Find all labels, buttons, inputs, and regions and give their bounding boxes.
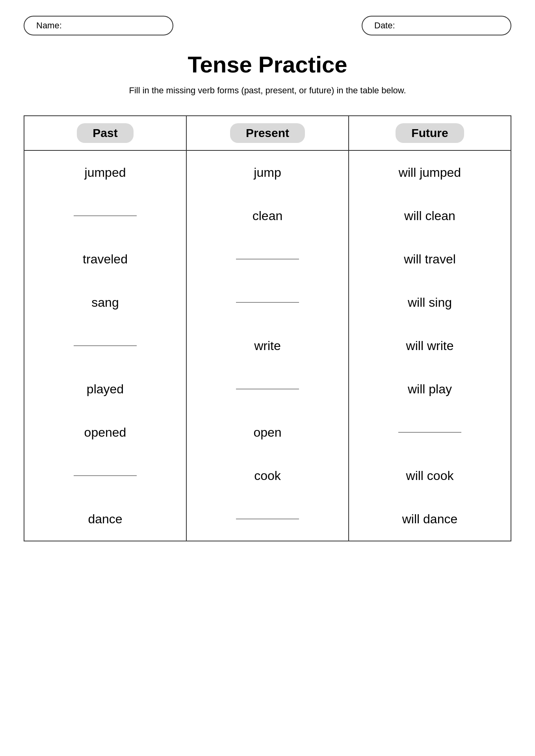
present-cell-8[interactable] bbox=[195, 497, 340, 541]
blank-line bbox=[236, 302, 299, 303]
blank-line bbox=[74, 345, 137, 346]
table-body: jumpedtraveledsangplayedopeneddance jump… bbox=[24, 151, 511, 541]
main-table: Past Present Future jumpedtraveledsangpl… bbox=[24, 115, 511, 541]
date-field[interactable]: Date: bbox=[362, 16, 511, 35]
present-cell-4: write bbox=[195, 324, 340, 367]
page-title: Tense Practice bbox=[24, 51, 511, 78]
future-cell-5: will play bbox=[357, 367, 503, 411]
past-column: jumpedtraveledsangplayedopeneddance bbox=[24, 151, 187, 541]
present-cell-3[interactable] bbox=[195, 281, 340, 324]
past-cell-4[interactable] bbox=[32, 324, 178, 367]
present-cell-0: jump bbox=[195, 151, 340, 194]
future-cell-2: will travel bbox=[357, 237, 503, 281]
present-header: Present bbox=[187, 116, 349, 150]
present-cell-5[interactable] bbox=[195, 367, 340, 411]
future-cell-6[interactable] bbox=[357, 411, 503, 454]
present-cell-6: open bbox=[195, 411, 340, 454]
present-cell-1: clean bbox=[195, 194, 340, 237]
name-label: Name: bbox=[36, 20, 62, 30]
column-headers: Past Present Future bbox=[24, 116, 511, 151]
blank-line bbox=[236, 389, 299, 389]
blank-line bbox=[74, 475, 137, 476]
future-header: Future bbox=[349, 116, 511, 150]
past-header: Past bbox=[24, 116, 187, 150]
date-label: Date: bbox=[374, 20, 395, 30]
subtitle: Fill in the missing verb forms (past, pr… bbox=[24, 85, 511, 96]
blank-line bbox=[74, 215, 137, 216]
present-cell-7: cook bbox=[195, 454, 340, 497]
past-cell-0: jumped bbox=[32, 151, 178, 194]
future-cell-7: will cook bbox=[357, 454, 503, 497]
past-cell-7[interactable] bbox=[32, 454, 178, 497]
past-cell-6: opened bbox=[32, 411, 178, 454]
past-cell-5: played bbox=[32, 367, 178, 411]
future-cell-1: will clean bbox=[357, 194, 503, 237]
past-cell-8: dance bbox=[32, 497, 178, 541]
present-cell-2[interactable] bbox=[195, 237, 340, 281]
future-cell-3: will sing bbox=[357, 281, 503, 324]
past-cell-3: sang bbox=[32, 281, 178, 324]
past-cell-1[interactable] bbox=[32, 194, 178, 237]
name-field[interactable]: Name: bbox=[24, 16, 173, 35]
blank-line bbox=[398, 432, 461, 433]
blank-line bbox=[236, 259, 299, 259]
future-cell-4: will write bbox=[357, 324, 503, 367]
blank-line bbox=[236, 519, 299, 519]
future-cell-8: will dance bbox=[357, 497, 503, 541]
header-row: Name: Date: bbox=[24, 16, 511, 35]
present-column: jumpcleanwriteopencook bbox=[187, 151, 349, 541]
future-cell-0: will jumped bbox=[357, 151, 503, 194]
future-column: will jumpedwill cleanwill travelwill sin… bbox=[349, 151, 511, 541]
past-cell-2: traveled bbox=[32, 237, 178, 281]
